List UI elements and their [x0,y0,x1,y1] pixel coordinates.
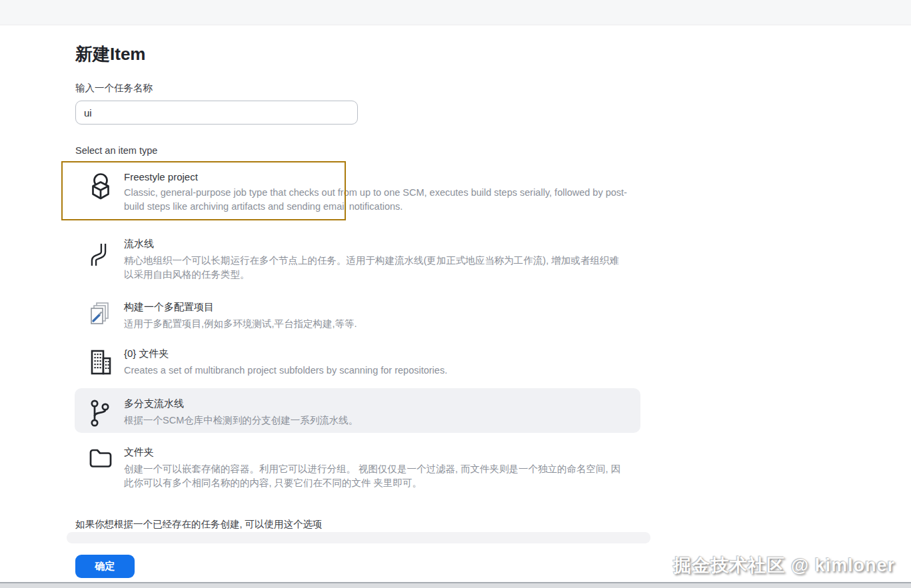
item-texts: {0} 文件夹 Creates a set of multibranch pro… [124,348,447,378]
item-type-multiconfiguration[interactable]: 构建一个多配置项目 适用于多配置项目,例如多环境测试,平台指定构建,等等. [75,293,640,334]
pipeline-icon [89,238,113,268]
item-type-pipeline[interactable]: 流水线 精心地组织一个可以长期运行在多个节点上的任务。适用于构建流水线(更加正式… [75,230,640,286]
page-title: 新建Item [75,43,145,66]
item-description: 根据一个SCM仓库中检测到的分支创建一系列流水线。 [124,414,358,428]
item-title: {0} 文件夹 [124,348,447,360]
freestyle-project-icon [89,172,113,202]
watermark-text: 掘金技术社区 @ kimloner [673,553,895,577]
item-title: 文件夹 [124,446,628,459]
item-type-freestyle-project[interactable]: Freestyle project Classic, general-purpo… [75,161,640,221]
item-texts: 构建一个多配置项目 适用于多配置项目,例如多环境测试,平台指定构建,等等. [124,301,357,331]
item-description: Classic, general-purpose job type that c… [124,186,628,214]
multibranch-pipeline-icon [89,398,113,428]
collapsed-copy-from-band [67,532,650,543]
item-title: 构建一个多配置项目 [124,301,357,314]
new-item-page: 新建Item 输入一个任务名称 Select an item type Free… [0,0,911,588]
item-name-label: 输入一个任务名称 [75,82,153,95]
item-title: 多分支流水线 [124,398,358,410]
item-type-organization-folder[interactable]: {0} 文件夹 Creates a set of multibranch pro… [75,340,640,381]
ok-button[interactable]: 确定 [75,555,135,578]
copy-from-hint: 如果你想根据一个已经存在的任务创建, 可以使用这个选项 [75,518,323,531]
item-texts: Freestyle project Classic, general-purpo… [124,171,628,214]
multiconfiguration-icon [89,302,113,328]
item-type-label: Select an item type [75,145,157,156]
item-texts: 文件夹 创建一个可以嵌套存储的容器。利用它可以进行分组。 视图仅仅是一个过滤器,… [124,446,628,490]
top-bar [0,0,911,25]
item-description: 适用于多配置项目,例如多环境测试,平台指定构建,等等. [124,317,357,331]
organization-folder-icon [89,348,113,376]
item-description: Creates a set of multibranch project sub… [124,364,447,378]
item-description: 创建一个可以嵌套存储的容器。利用它可以进行分组。 视图仅仅是一个过滤器, 而文件… [124,462,628,490]
item-texts: 流水线 精心地组织一个可以长期运行在多个节点上的任务。适用于构建流水线(更加正式… [124,238,628,282]
item-texts: 多分支流水线 根据一个SCM仓库中检测到的分支创建一系列流水线。 [124,398,358,428]
item-description: 精心地组织一个可以长期运行在多个节点上的任务。适用于构建流水线(更加正式地应当称… [124,254,628,282]
bottom-edge-strip [0,582,911,588]
item-type-multibranch-pipeline[interactable]: 多分支流水线 根据一个SCM仓库中检测到的分支创建一系列流水线。 [75,388,640,433]
item-title: Freestyle project [124,171,628,182]
item-name-input[interactable] [75,101,358,125]
item-type-folder[interactable]: 文件夹 创建一个可以嵌套存储的容器。利用它可以进行分组。 视图仅仅是一个过滤器,… [75,438,640,494]
item-title: 流水线 [124,238,628,250]
folder-icon [89,447,113,469]
